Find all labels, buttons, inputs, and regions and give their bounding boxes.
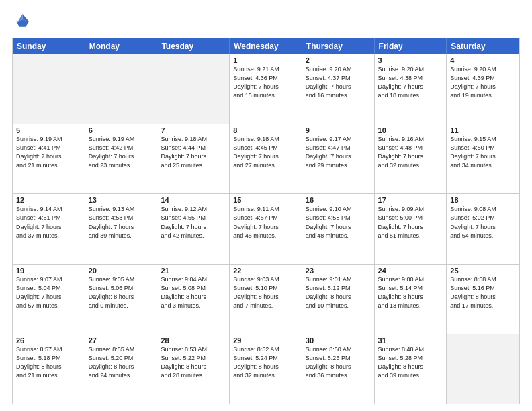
header-cell-monday: Monday: [85, 38, 158, 54]
day-info: Sunrise: 9:18 AM Sunset: 4:45 PM Dayligh…: [233, 135, 298, 170]
day-info: Sunrise: 9:21 AM Sunset: 4:36 PM Dayligh…: [233, 65, 298, 100]
cal-cell: 24Sunrise: 9:00 AM Sunset: 5:14 PM Dayli…: [375, 265, 447, 334]
cal-cell: 23Sunrise: 9:01 AM Sunset: 5:12 PM Dayli…: [302, 265, 375, 334]
day-info: Sunrise: 9:07 AM Sunset: 5:04 PM Dayligh…: [16, 275, 81, 310]
day-number: 3: [378, 56, 443, 64]
day-info: Sunrise: 8:53 AM Sunset: 5:22 PM Dayligh…: [161, 345, 226, 380]
cal-cell: 21Sunrise: 9:04 AM Sunset: 5:08 PM Dayli…: [157, 265, 230, 334]
day-info: Sunrise: 9:14 AM Sunset: 4:51 PM Dayligh…: [16, 205, 81, 240]
cal-cell: [447, 334, 519, 404]
day-info: Sunrise: 8:50 AM Sunset: 5:26 PM Dayligh…: [306, 345, 371, 380]
cal-cell: 17Sunrise: 9:09 AM Sunset: 5:00 PM Dayli…: [375, 194, 447, 263]
day-number: 30: [306, 336, 371, 345]
cal-cell: 28Sunrise: 8:53 AM Sunset: 5:22 PM Dayli…: [157, 334, 230, 404]
day-info: Sunrise: 9:19 AM Sunset: 4:42 PM Dayligh…: [89, 135, 154, 170]
day-info: Sunrise: 9:10 AM Sunset: 4:58 PM Dayligh…: [306, 205, 371, 240]
cal-cell: 5Sunrise: 9:19 AM Sunset: 4:41 PM Daylig…: [13, 124, 85, 193]
cal-cell: 27Sunrise: 8:55 AM Sunset: 5:20 PM Dayli…: [85, 334, 158, 404]
cal-cell: 11Sunrise: 9:15 AM Sunset: 4:50 PM Dayli…: [447, 124, 519, 193]
day-number: 12: [16, 196, 81, 204]
day-number: 22: [233, 267, 298, 275]
day-number: 24: [378, 267, 443, 275]
cal-cell: 18Sunrise: 9:08 AM Sunset: 5:02 PM Dayli…: [447, 194, 519, 263]
day-number: 19: [16, 267, 81, 275]
day-number: 29: [233, 336, 298, 345]
cal-cell: [13, 54, 85, 124]
day-number: 14: [161, 196, 226, 204]
logo-icon: [12, 12, 31, 31]
day-number: 27: [89, 336, 154, 345]
day-info: Sunrise: 9:19 AM Sunset: 4:41 PM Dayligh…: [16, 135, 81, 170]
day-number: 26: [16, 336, 81, 345]
cal-cell: 26Sunrise: 8:57 AM Sunset: 5:18 PM Dayli…: [13, 334, 85, 404]
day-info: Sunrise: 8:58 AM Sunset: 5:16 PM Dayligh…: [450, 275, 516, 310]
day-number: 15: [233, 196, 298, 204]
day-info: Sunrise: 9:13 AM Sunset: 4:53 PM Dayligh…: [89, 205, 154, 240]
cal-cell: 30Sunrise: 8:50 AM Sunset: 5:26 PM Dayli…: [302, 334, 375, 404]
logo: [12, 12, 34, 31]
day-info: Sunrise: 9:09 AM Sunset: 5:00 PM Dayligh…: [378, 205, 443, 240]
header-cell-saturday: Saturday: [447, 38, 519, 54]
day-number: 10: [378, 126, 443, 134]
calendar-week-4: 19Sunrise: 9:07 AM Sunset: 5:04 PM Dayli…: [13, 264, 519, 334]
day-number: 13: [89, 196, 154, 204]
cal-cell: 9Sunrise: 9:17 AM Sunset: 4:47 PM Daylig…: [302, 124, 375, 193]
day-info: Sunrise: 8:55 AM Sunset: 5:20 PM Dayligh…: [89, 345, 154, 380]
day-number: 21: [161, 267, 226, 275]
cal-cell: 16Sunrise: 9:10 AM Sunset: 4:58 PM Dayli…: [302, 194, 375, 263]
header-cell-tuesday: Tuesday: [157, 38, 230, 54]
cal-cell: [85, 54, 158, 124]
day-info: Sunrise: 9:03 AM Sunset: 5:10 PM Dayligh…: [233, 275, 298, 310]
cal-cell: 20Sunrise: 9:05 AM Sunset: 5:06 PM Dayli…: [85, 265, 158, 334]
cal-cell: 4Sunrise: 9:20 AM Sunset: 4:39 PM Daylig…: [447, 54, 519, 124]
day-info: Sunrise: 9:08 AM Sunset: 5:02 PM Dayligh…: [450, 205, 516, 240]
day-number: 17: [378, 196, 443, 204]
day-number: 20: [89, 267, 154, 275]
day-number: 18: [450, 196, 516, 204]
cal-cell: 13Sunrise: 9:13 AM Sunset: 4:53 PM Dayli…: [85, 194, 158, 263]
cal-cell: 22Sunrise: 9:03 AM Sunset: 5:10 PM Dayli…: [230, 265, 302, 334]
cal-cell: 3Sunrise: 9:20 AM Sunset: 4:38 PM Daylig…: [375, 54, 447, 124]
header-cell-wednesday: Wednesday: [230, 38, 302, 54]
calendar-header-row: SundayMondayTuesdayWednesdayThursdayFrid…: [13, 38, 519, 54]
header-cell-friday: Friday: [375, 38, 447, 54]
cal-cell: 29Sunrise: 8:52 AM Sunset: 5:24 PM Dayli…: [230, 334, 302, 404]
day-number: 11: [450, 126, 516, 134]
day-number: 8: [233, 126, 298, 134]
day-info: Sunrise: 8:48 AM Sunset: 5:28 PM Dayligh…: [378, 345, 443, 380]
day-number: 31: [378, 336, 443, 345]
cal-cell: 31Sunrise: 8:48 AM Sunset: 5:28 PM Dayli…: [375, 334, 447, 404]
day-info: Sunrise: 9:00 AM Sunset: 5:14 PM Dayligh…: [378, 275, 443, 310]
cal-cell: 19Sunrise: 9:07 AM Sunset: 5:04 PM Dayli…: [13, 265, 85, 334]
day-number: 5: [16, 126, 81, 134]
day-info: Sunrise: 9:20 AM Sunset: 4:37 PM Dayligh…: [306, 65, 371, 100]
day-number: 7: [161, 126, 226, 134]
day-number: 2: [306, 56, 371, 64]
day-info: Sunrise: 9:04 AM Sunset: 5:08 PM Dayligh…: [161, 275, 226, 310]
day-number: 28: [161, 336, 226, 345]
day-info: Sunrise: 9:11 AM Sunset: 4:57 PM Dayligh…: [233, 205, 298, 240]
header-cell-sunday: Sunday: [13, 38, 85, 54]
day-info: Sunrise: 9:01 AM Sunset: 5:12 PM Dayligh…: [306, 275, 371, 310]
day-info: Sunrise: 9:15 AM Sunset: 4:50 PM Dayligh…: [450, 135, 516, 170]
cal-cell: 15Sunrise: 9:11 AM Sunset: 4:57 PM Dayli…: [230, 194, 302, 263]
cal-cell: [157, 54, 230, 124]
day-info: Sunrise: 8:52 AM Sunset: 5:24 PM Dayligh…: [233, 345, 298, 380]
cal-cell: 8Sunrise: 9:18 AM Sunset: 4:45 PM Daylig…: [230, 124, 302, 193]
day-number: 25: [450, 267, 516, 275]
calendar: SundayMondayTuesdayWednesdayThursdayFrid…: [12, 38, 520, 404]
day-info: Sunrise: 9:20 AM Sunset: 4:39 PM Dayligh…: [450, 65, 516, 100]
day-info: Sunrise: 9:16 AM Sunset: 4:48 PM Dayligh…: [378, 135, 443, 170]
day-info: Sunrise: 8:57 AM Sunset: 5:18 PM Dayligh…: [16, 345, 81, 380]
header: [12, 12, 520, 31]
day-info: Sunrise: 9:05 AM Sunset: 5:06 PM Dayligh…: [89, 275, 154, 310]
calendar-week-5: 26Sunrise: 8:57 AM Sunset: 5:18 PM Dayli…: [13, 334, 519, 404]
cal-cell: 1Sunrise: 9:21 AM Sunset: 4:36 PM Daylig…: [230, 54, 302, 124]
day-info: Sunrise: 9:17 AM Sunset: 4:47 PM Dayligh…: [306, 135, 371, 170]
calendar-week-2: 5Sunrise: 9:19 AM Sunset: 4:41 PM Daylig…: [13, 124, 519, 193]
cal-cell: 6Sunrise: 9:19 AM Sunset: 4:42 PM Daylig…: [85, 124, 158, 193]
day-number: 23: [306, 267, 371, 275]
day-number: 9: [306, 126, 371, 134]
cal-cell: 25Sunrise: 8:58 AM Sunset: 5:16 PM Dayli…: [447, 265, 519, 334]
page: SundayMondayTuesdayWednesdayThursdayFrid…: [0, 0, 532, 411]
